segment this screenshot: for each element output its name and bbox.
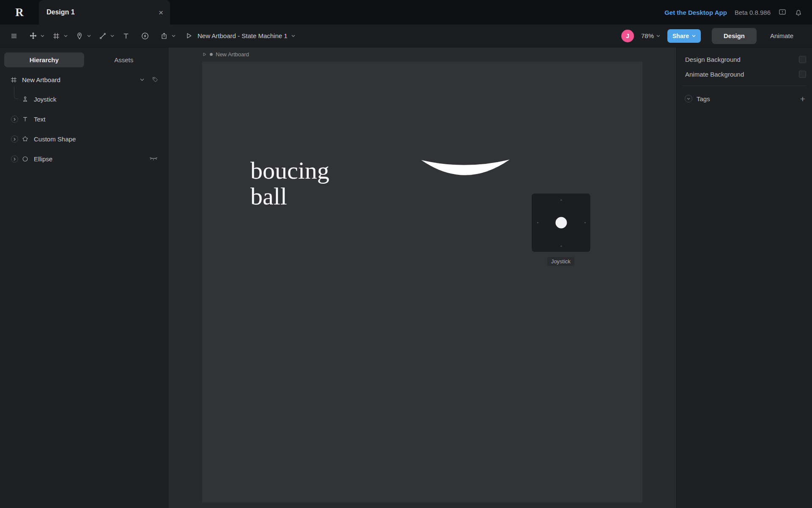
- play-icon[interactable]: [181, 29, 196, 43]
- menu-icon[interactable]: [7, 29, 21, 43]
- chevron-right-icon[interactable]: [11, 155, 18, 163]
- joystick-guide-dot: [560, 246, 562, 247]
- root-row-actions: [140, 76, 159, 83]
- hierarchy-root-artboard[interactable]: New Artboard: [0, 70, 168, 89]
- expand-slot: [10, 116, 19, 123]
- tab-hierarchy-label: Hierarchy: [30, 56, 59, 64]
- artboard[interactable]: boucing ball Joystick: [202, 62, 642, 502]
- design-background-label: Design Background: [685, 56, 741, 63]
- layer-label: Custom Shape: [34, 135, 76, 143]
- events-tool-group: [138, 29, 152, 43]
- rive-logo[interactable]: R: [0, 0, 39, 25]
- artboard-tool-icon[interactable]: [49, 29, 63, 43]
- hierarchy-panel: Hierarchy Assets New Artboard: [0, 47, 168, 508]
- chevron-right-icon[interactable]: [11, 135, 18, 143]
- file-tab-title: Design 1: [47, 8, 75, 16]
- export-share-icon[interactable]: [157, 29, 171, 43]
- close-icon[interactable]: ×: [159, 8, 163, 17]
- get-desktop-app-link[interactable]: Get the Desktop App: [664, 9, 727, 16]
- transform-tool-icon[interactable]: [26, 29, 40, 43]
- main-area: Hierarchy Assets New Artboard: [0, 47, 812, 508]
- avatar-initial: J: [626, 33, 629, 39]
- add-tag-icon[interactable]: +: [800, 94, 805, 103]
- layer-row-ellipse[interactable]: Ellipse: [0, 149, 168, 169]
- joystick-guide-dot: [584, 222, 586, 224]
- pen-tool-icon[interactable]: [72, 29, 87, 43]
- export-tool-group: [157, 29, 176, 43]
- chevron-down-icon[interactable]: [172, 35, 176, 37]
- tab-design[interactable]: Design: [712, 28, 757, 44]
- layer-row-custom-shape[interactable]: Custom Shape: [0, 129, 168, 149]
- layer-label: Ellipse: [34, 155, 52, 163]
- canvas-text-element[interactable]: boucing ball: [250, 157, 329, 209]
- playback-group: New Artboard - State Machine 1: [181, 29, 295, 43]
- chevron-down-icon[interactable]: [110, 35, 114, 37]
- state-machine-selector-label: New Artboard - State Machine 1: [198, 32, 288, 39]
- artboard-name-label: New Artboard: [216, 51, 249, 58]
- tags-collapse-chevron-icon[interactable]: [685, 95, 692, 102]
- artboard-tool-group: [49, 29, 68, 43]
- tabbar-right-group: Get the Desktop App Beta 0.8.986: [664, 0, 812, 25]
- feedback-icon[interactable]: [778, 8, 787, 17]
- chevron-down-icon: [656, 35, 660, 37]
- artboard-frame-icon: [10, 76, 17, 83]
- tab-assets[interactable]: Assets: [84, 52, 164, 67]
- transform-tool-group: [26, 29, 44, 43]
- chevron-right-icon[interactable]: [11, 116, 18, 123]
- chevron-down-icon[interactable]: [140, 78, 144, 81]
- rive-editor-window: R Design 1 × Get the Desktop App Beta 0.…: [0, 0, 812, 508]
- share-button-label: Share: [672, 33, 689, 39]
- text-tool-icon[interactable]: [119, 29, 133, 43]
- tag-icon[interactable]: [152, 76, 159, 83]
- design-background-row: Design Background: [677, 52, 812, 67]
- toolbar: New Artboard - State Machine 1 J 78% Sha…: [0, 25, 812, 47]
- root-artboard-label: New Artboard: [22, 76, 60, 83]
- play-icon[interactable]: [202, 52, 207, 57]
- avatar[interactable]: J: [621, 30, 634, 42]
- file-tab[interactable]: Design 1 ×: [39, 0, 170, 25]
- crescent-arc-shape[interactable]: [420, 154, 511, 180]
- chevron-down-icon: [692, 35, 696, 37]
- joystick-knob[interactable]: [555, 217, 567, 229]
- layer-label: Text: [34, 116, 46, 123]
- events-lightning-icon[interactable]: [138, 29, 152, 43]
- animate-background-swatch[interactable]: [799, 71, 806, 78]
- design-background-swatch[interactable]: [799, 56, 806, 63]
- chevron-down-icon[interactable]: [87, 35, 91, 37]
- artboard-header[interactable]: New Artboard: [202, 51, 249, 58]
- zoom-level: 78%: [641, 32, 654, 39]
- joystick-layer-icon: [20, 96, 30, 103]
- expand-slot: [10, 135, 19, 143]
- tab-assets-label: Assets: [114, 56, 133, 64]
- artboard-dot-icon: [210, 53, 213, 56]
- text-tool-group: [119, 29, 133, 43]
- zoom-control[interactable]: 78%: [641, 32, 660, 39]
- joystick-widget[interactable]: [531, 193, 591, 252]
- line-shape-tool-icon[interactable]: [96, 29, 110, 43]
- joystick-guide-dot: [537, 222, 538, 224]
- canvas-text-line: boucing: [250, 157, 329, 183]
- share-button[interactable]: Share: [667, 29, 701, 43]
- layer-label: Joystick: [34, 96, 56, 103]
- expand-slot: [10, 155, 19, 163]
- chevron-down-icon: [291, 35, 295, 37]
- inspector-panel: Design Background Animate Background Tag…: [676, 47, 812, 508]
- animate-background-label: Animate Background: [685, 71, 744, 78]
- inspector-divider: [682, 86, 807, 86]
- tab-hierarchy[interactable]: Hierarchy: [4, 52, 84, 67]
- ellipse-layer-icon: [20, 155, 30, 163]
- tab-animate[interactable]: Animate: [758, 28, 805, 44]
- state-machine-selector[interactable]: New Artboard - State Machine 1: [198, 32, 295, 39]
- shape-tool-group: [96, 29, 114, 43]
- layer-row-text[interactable]: Text: [0, 109, 168, 129]
- tab-design-label: Design: [724, 32, 745, 39]
- layer-row-joystick[interactable]: Joystick: [0, 89, 168, 109]
- chevron-down-icon[interactable]: [64, 35, 68, 37]
- chevron-down-icon[interactable]: [41, 35, 44, 37]
- stage-canvas[interactable]: New Artboard boucing ball Joystick: [168, 47, 676, 508]
- tags-section-row: Tags +: [677, 90, 812, 108]
- pen-tool-group: [72, 29, 91, 43]
- notifications-bell-icon[interactable]: [794, 8, 803, 17]
- left-panel-tabs: Hierarchy Assets: [4, 52, 164, 67]
- visibility-eye-closed-icon[interactable]: [149, 157, 158, 162]
